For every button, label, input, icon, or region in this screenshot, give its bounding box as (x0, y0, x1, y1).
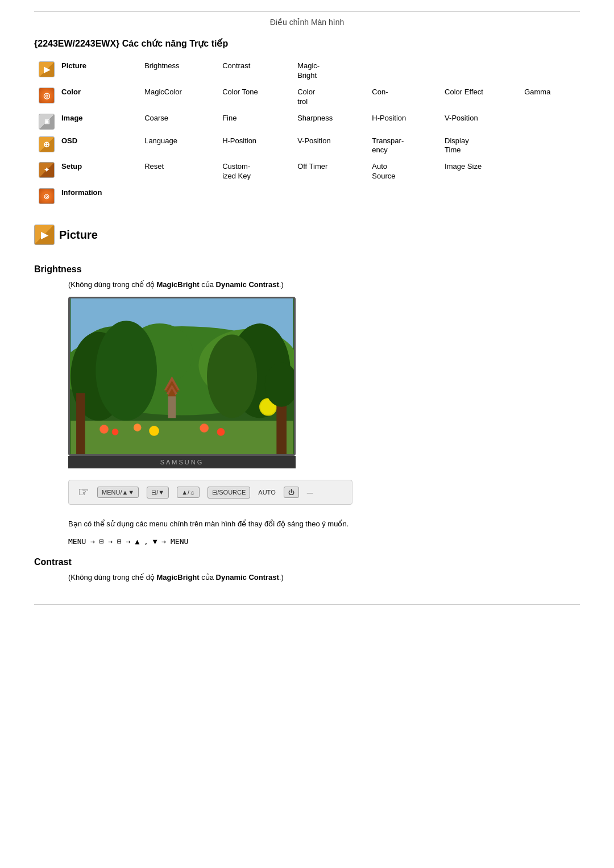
nature-scene-svg (70, 298, 294, 454)
picture-label: Picture (57, 58, 140, 84)
gamma-option: Gamma (520, 84, 580, 110)
brightness-option: Brightness (140, 58, 218, 84)
svg-point-17 (134, 423, 142, 431)
colortone-option: Color Tone (218, 84, 293, 110)
page-title: Điều chỉnh Màn hình (34, 18, 580, 27)
top-border (34, 11, 580, 12)
osd-icon: ⊕ (39, 136, 55, 152)
bottom-border (34, 604, 580, 605)
monitor-container: SAMSUNG (68, 297, 580, 468)
table-row: ✦ Setup Reset Custom-ized Key Off Timer … (34, 159, 580, 185)
contrast-title: Contrast (34, 557, 580, 567)
table-row: ◎ Color MagicColor Color Tone Colortrol … (34, 84, 580, 110)
picture-icon-cell: ▶ (34, 58, 57, 84)
osd-icon-cell: ⊕ (34, 133, 57, 159)
setup-icon-cell: ✦ (34, 159, 57, 185)
auto-label: AUTO (258, 489, 275, 496)
color-icon-cell: ◎ (34, 84, 57, 110)
hposition-option: H-Position (367, 110, 440, 133)
transparency-option: Transpar-ency (367, 133, 440, 159)
information-icon: ◎ (39, 188, 55, 204)
picture-section-header: ▶ Picture (34, 225, 98, 245)
osd-hposition-option: H-Position (218, 133, 293, 159)
coloreffect-option: Color Effect (440, 84, 520, 110)
monitor-screen (68, 297, 296, 456)
info-icon-cell: ◎ (34, 185, 57, 207)
image-icon-cell: ▣ (34, 110, 57, 133)
svg-point-15 (99, 425, 109, 434)
fine-option: Fine (218, 110, 293, 133)
picture-icon: ▶ (39, 61, 55, 77)
table-row: ◎ Information (34, 185, 580, 207)
section-heading: {2243EW/2243EWX} Các chức năng Trực tiếp (34, 38, 580, 49)
table-row: ▶ Picture Brightness Contrast Magic-Brig… (34, 58, 580, 84)
svg-point-8 (207, 335, 257, 418)
brightness-title: Brightness (34, 264, 580, 275)
setup-icon: ✦ (39, 162, 55, 178)
image-icon: ▣ (39, 114, 55, 130)
brightness-note: (Không dùng trong chế độ MagicBright của… (68, 280, 580, 289)
magiccolor-option: MagicColor (140, 84, 218, 110)
language-option: Language (140, 133, 218, 159)
page-wrapper: Điều chỉnh Màn hình {2243EW/2243EWX} Các… (0, 0, 614, 868)
controls-bar: ☞ MENU/▲▼ ⊟/▼ ▲/☼ ⊟/SOURCE AUTO ⏻ — (68, 480, 352, 505)
setup-label: Setup (57, 159, 140, 185)
table-row: ▣ Image Coarse Fine Sharpness H-Position… (34, 110, 580, 133)
sharpness-option: Sharpness (293, 110, 367, 133)
svg-point-19 (200, 423, 209, 433)
brightness-body-text: Bạn có thể sử dụng các menu chính trên m… (68, 518, 580, 530)
svg-point-16 (112, 429, 119, 435)
osd-label: OSD (57, 133, 140, 159)
colorcontrol-option: Colortrol (293, 84, 367, 110)
imagesize-option: Image Size (440, 159, 520, 185)
color-label: Color (57, 84, 140, 110)
information-label: Information (57, 185, 140, 207)
monitor-brand: SAMSUNG (68, 456, 296, 468)
picture-section-title: Picture (59, 229, 98, 242)
reset-option: Reset (140, 159, 218, 185)
svg-point-18 (149, 426, 159, 436)
minus-label: — (307, 489, 313, 496)
source-button[interactable]: ⊟/SOURCE (208, 487, 250, 499)
nav-button[interactable]: ⊟/▼ (147, 487, 169, 499)
svg-point-20 (217, 428, 225, 436)
offtimer-option: Off Timer (293, 159, 367, 185)
contrast-note: (Không dùng trong chế độ MagicBright của… (68, 573, 580, 582)
table-row: ⊕ OSD Language H-Position V-Position Tra… (34, 133, 580, 159)
displaytime-option: DisplayTime (440, 133, 520, 159)
brightness-button[interactable]: ▲/☼ (177, 487, 200, 498)
autosource-option: AutoSource (367, 159, 440, 185)
power-button[interactable]: ⏻ (284, 487, 299, 498)
image-label: Image (57, 110, 140, 133)
customizedkey-option: Custom-ized Key (218, 159, 293, 185)
color-icon: ◎ (39, 88, 55, 103)
con-option: Con- (367, 84, 440, 110)
picture-large-icon: ▶ (34, 225, 55, 245)
menu-button[interactable]: MENU/▲▼ (97, 487, 139, 498)
feature-table: ▶ Picture Brightness Contrast Magic-Brig… (34, 58, 580, 207)
menu-path: MENU → ⊟ → ⊟ → ▲ , ▼ → MENU (68, 537, 580, 546)
svg-rect-25 (76, 393, 85, 454)
coarse-option: Coarse (140, 110, 218, 133)
vposition-option: V-Position (440, 110, 520, 133)
svg-point-6 (96, 321, 157, 421)
hand-cursor-icon: ☞ (78, 486, 89, 499)
magicbright-option: Magic-Bright (293, 58, 367, 84)
osd-vposition-option: V-Position (293, 133, 367, 159)
contrast-option: Contrast (218, 58, 293, 84)
